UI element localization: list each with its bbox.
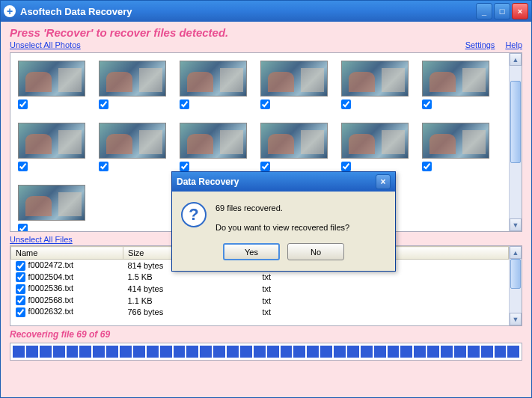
close-button[interactable]: × xyxy=(512,3,528,19)
col-name[interactable]: Name xyxy=(11,247,123,260)
photo-checkbox[interactable] xyxy=(180,162,189,171)
photo-checkbox[interactable] xyxy=(18,100,28,109)
file-checkbox[interactable] xyxy=(16,261,25,271)
window-controls: _ □ × xyxy=(476,3,528,19)
unselect-all-photos-link[interactable]: Unselect All Photos xyxy=(10,40,81,49)
photo-image[interactable] xyxy=(180,123,247,159)
photo-thumb[interactable] xyxy=(18,123,85,171)
photo-checkbox[interactable] xyxy=(260,162,270,171)
photo-thumb[interactable] xyxy=(341,123,409,171)
photo-thumb[interactable] xyxy=(99,123,166,171)
dialog-close-button[interactable]: × xyxy=(376,174,391,189)
photo-checkbox[interactable] xyxy=(99,162,108,171)
photo-thumb[interactable] xyxy=(341,61,409,109)
photo-image[interactable] xyxy=(99,123,166,159)
progress-segment xyxy=(13,346,25,358)
photo-checkbox[interactable] xyxy=(99,100,108,109)
photo-image[interactable] xyxy=(180,61,247,97)
scroll-thumb[interactable] xyxy=(510,259,521,289)
app-title: Asoftech Data Recovery xyxy=(20,6,476,17)
photo-checkbox[interactable] xyxy=(341,100,351,109)
progress-segment xyxy=(347,346,359,358)
file-size: 414 bytes xyxy=(123,283,258,295)
help-link[interactable]: Help xyxy=(505,40,522,49)
photo-image[interactable] xyxy=(422,61,489,97)
progress-segment xyxy=(293,346,305,358)
scroll-down-icon[interactable]: ▼ xyxy=(510,218,522,231)
scroll-up-icon[interactable]: ▲ xyxy=(510,246,522,259)
status-text: Recovering file 69 of 69 xyxy=(10,329,522,340)
photo-checkbox[interactable] xyxy=(422,162,432,171)
file-checkbox[interactable] xyxy=(16,284,25,294)
scroll-thumb[interactable] xyxy=(510,81,521,163)
instruction-text: Press 'Recover' to recover files detecte… xyxy=(10,26,522,39)
photo-image[interactable] xyxy=(341,61,409,97)
maximize-button[interactable]: □ xyxy=(494,3,510,19)
photo-thumb[interactable] xyxy=(180,123,247,171)
unselect-all-files-link[interactable]: Unselect All Files xyxy=(10,235,73,244)
photo-thumb[interactable] xyxy=(18,185,85,231)
photo-thumb[interactable] xyxy=(260,61,328,109)
file-checkbox[interactable] xyxy=(16,307,25,317)
photo-checkbox[interactable] xyxy=(341,162,351,171)
photo-image[interactable] xyxy=(18,185,85,221)
app-icon: + xyxy=(4,5,16,17)
photo-image[interactable] xyxy=(260,123,328,159)
file-ext: txt xyxy=(258,272,370,284)
minimize-button[interactable]: _ xyxy=(476,3,492,19)
progress-segment xyxy=(120,346,132,358)
progress-segment xyxy=(374,346,386,358)
progress-segment xyxy=(240,346,252,358)
content-area: Press 'Recover' to recover files detecte… xyxy=(1,22,531,397)
photo-thumb[interactable] xyxy=(422,123,489,171)
table-row[interactable]: f0002632.txt766 bytestxt xyxy=(11,306,509,318)
file-scrollbar[interactable]: ▲ ▼ xyxy=(509,246,522,325)
yes-button[interactable]: Yes xyxy=(223,243,280,260)
progress-segment xyxy=(388,346,400,358)
settings-link[interactable]: Settings xyxy=(465,40,495,49)
progress-segment xyxy=(495,346,507,358)
photo-scrollbar[interactable]: ▲ ▼ xyxy=(509,53,522,231)
photo-checkbox[interactable] xyxy=(18,162,28,171)
photo-checkbox[interactable] xyxy=(18,224,28,231)
progress-segment xyxy=(67,346,79,358)
progress-segment xyxy=(106,346,118,358)
photo-thumb[interactable] xyxy=(260,123,328,171)
scroll-track[interactable] xyxy=(510,66,522,218)
progress-segment xyxy=(160,346,172,358)
dialog-line2: Do you want to view recovered files? xyxy=(215,221,349,235)
scroll-up-icon[interactable]: ▲ xyxy=(510,53,522,66)
photo-thumb[interactable] xyxy=(180,61,247,109)
photo-thumb[interactable] xyxy=(18,61,85,109)
scroll-track[interactable] xyxy=(510,259,522,313)
photo-image[interactable] xyxy=(260,61,328,97)
photo-image[interactable] xyxy=(422,123,489,159)
photo-checkbox[interactable] xyxy=(180,100,189,109)
photo-thumb[interactable] xyxy=(422,61,489,109)
photo-image[interactable] xyxy=(18,61,85,97)
progress-segment xyxy=(133,346,145,358)
photo-image[interactable] xyxy=(18,123,85,159)
photo-checkbox[interactable] xyxy=(422,100,432,109)
progress-segment xyxy=(79,346,91,358)
photo-checkbox[interactable] xyxy=(260,100,270,109)
progress-segment xyxy=(441,346,453,358)
progress-segment xyxy=(427,346,439,358)
table-row[interactable]: f0002568.txt1.1 KBtxt xyxy=(11,295,509,307)
file-name: f0002632.txt xyxy=(28,307,74,316)
table-row[interactable]: f0002536.txt414 bytestxt xyxy=(11,283,509,295)
photo-image[interactable] xyxy=(341,123,409,159)
file-checkbox[interactable] xyxy=(16,296,25,305)
table-row[interactable]: f0002504.txt1.5 KBtxt xyxy=(11,272,509,284)
progress-segment xyxy=(307,346,319,358)
dialog-titlebar: Data Recovery × xyxy=(172,172,395,192)
scroll-down-icon[interactable]: ▼ xyxy=(510,313,522,325)
photo-thumb[interactable] xyxy=(99,61,166,109)
photo-image[interactable] xyxy=(99,61,166,97)
progress-segment xyxy=(254,346,266,358)
progress-segment xyxy=(227,346,239,358)
progress-bar xyxy=(10,343,522,361)
file-size: 1.5 KB xyxy=(123,272,258,284)
file-checkbox[interactable] xyxy=(16,272,25,282)
no-button[interactable]: No xyxy=(287,243,344,260)
